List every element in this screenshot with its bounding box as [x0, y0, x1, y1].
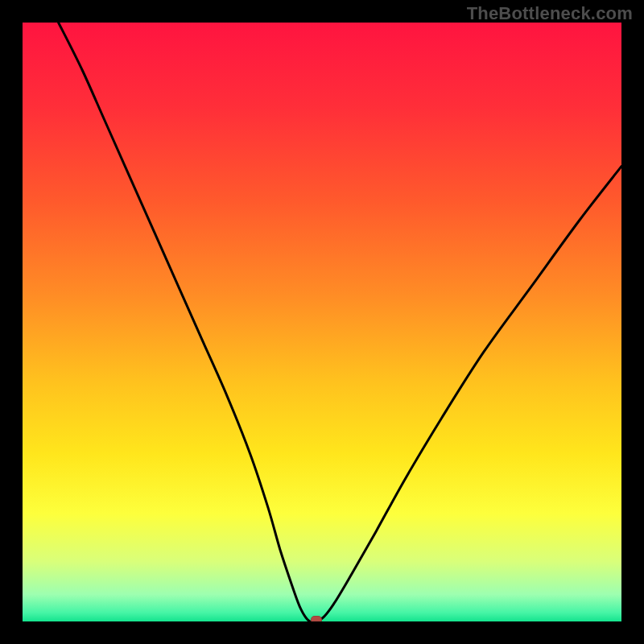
plot-svg	[23, 23, 621, 621]
watermark-text: TheBottleneck.com	[467, 3, 633, 24]
optimum-marker	[311, 616, 322, 621]
chart-frame: TheBottleneck.com	[0, 0, 644, 644]
gradient-rect	[23, 23, 621, 621]
plot-area	[23, 23, 621, 621]
